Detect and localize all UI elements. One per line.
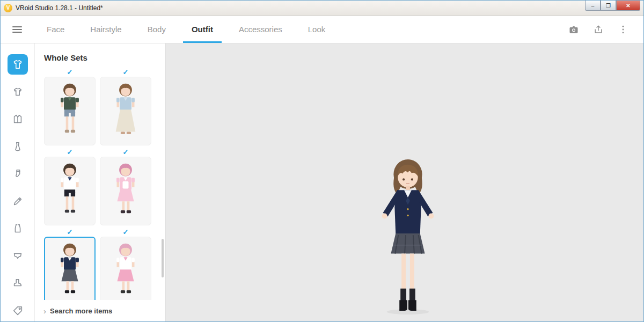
search-more-items-label: Search more items: [50, 307, 112, 315]
category-sidebar: [1, 43, 35, 321]
hamburger-menu-icon[interactable]: [1, 16, 34, 43]
kebab-menu-icon[interactable]: [618, 24, 628, 35]
outfit-cell-denim-jacket-long-skirt: ✓: [100, 68, 151, 145]
maximize-button[interactable]: ❐: [601, 1, 616, 11]
app-logo-icon: V: [4, 4, 12, 12]
sidebar-item-tops[interactable]: [8, 82, 28, 102]
sidebar-item-brush[interactable]: [8, 191, 28, 211]
camera-icon[interactable]: [568, 24, 579, 35]
outfit-item-floral-shirt-denim-shorts[interactable]: [44, 77, 96, 145]
outfit-item-navy-blazer-plaid-skirt[interactable]: [44, 237, 96, 300]
outfit-item-pink-maid-dress[interactable]: [100, 157, 151, 225]
outfit-cell-pink-maid-dress: ✓: [100, 148, 151, 225]
tab-hairstyle[interactable]: Hairstyle: [77, 16, 134, 43]
export-icon[interactable]: [593, 24, 604, 35]
app-window: V VRoid Studio 1.28.1 - Untitled* – ❐ ✕ …: [0, 0, 644, 322]
tab-accessories[interactable]: Accessories: [226, 16, 295, 43]
nav-tabs: FaceHairstyleBodyOutfitAccessoriesLook: [34, 16, 338, 43]
outfit-item-white-top-pink-skirt[interactable]: [100, 237, 151, 300]
tab-look[interactable]: Look: [295, 16, 339, 43]
hamburger-bars: [12, 26, 22, 33]
nav-actions: [568, 16, 643, 43]
outfit-grid: ✓ ✓ ✓ ✓ ✓: [35, 68, 165, 300]
panel-scrollbar[interactable]: [162, 239, 164, 277]
main-content: Whole Sets ✓ ✓ ✓ ✓: [1, 43, 643, 321]
top-navbar: FaceHairstyleBodyOutfitAccessoriesLook: [1, 16, 643, 43]
sidebar-item-onepiece[interactable]: [8, 136, 28, 157]
chevron-right-icon: ›: [43, 306, 46, 316]
character-model: [354, 156, 462, 315]
outfit-item-sailor-top-black-shorts[interactable]: [44, 157, 96, 225]
outfit-cell-sailor-top-black-shorts: ✓: [44, 148, 96, 225]
sidebar-item-innerwear[interactable]: [8, 218, 28, 239]
applied-check-icon: ✓: [67, 148, 73, 157]
3d-viewport[interactable]: [166, 43, 643, 321]
applied-check-icon: ✓: [123, 68, 129, 77]
applied-check-icon: ✓: [123, 148, 129, 157]
search-more-items-link[interactable]: › Search more items: [35, 300, 165, 321]
outfit-cell-navy-blazer-plaid-skirt: ✓: [44, 228, 96, 300]
outfit-item-denim-jacket-long-skirt[interactable]: [100, 77, 151, 145]
tab-body[interactable]: Body: [135, 16, 179, 43]
sidebar-item-socks[interactable]: [8, 164, 28, 184]
sidebar-item-jacket[interactable]: [8, 109, 28, 129]
minimize-button[interactable]: –: [585, 1, 601, 11]
applied-check-icon: ✓: [67, 68, 73, 77]
applied-check-icon: ✓: [67, 228, 73, 237]
sidebar-item-whole-sets[interactable]: [8, 54, 28, 75]
sidebar-item-shoes[interactable]: [8, 273, 28, 294]
outfit-cell-floral-shirt-denim-shorts: ✓: [44, 68, 96, 145]
outfit-cell-white-top-pink-skirt: ✓: [100, 228, 151, 300]
applied-check-icon: ✓: [123, 228, 129, 237]
close-button[interactable]: ✕: [616, 1, 640, 11]
window-title: VRoid Studio 1.28.1 - Untitled*: [16, 4, 103, 12]
title-bar: V VRoid Studio 1.28.1 - Untitled* – ❐ ✕: [1, 1, 643, 16]
tab-outfit[interactable]: Outfit: [179, 16, 226, 43]
sidebar-item-underwear[interactable]: [8, 246, 28, 266]
panel-heading: Whole Sets: [35, 43, 165, 68]
outfit-panel: Whole Sets ✓ ✓ ✓ ✓: [35, 43, 166, 321]
tab-face[interactable]: Face: [34, 16, 77, 43]
window-controls: – ❐ ✕: [585, 1, 640, 11]
sidebar-item-tag[interactable]: [8, 301, 28, 321]
